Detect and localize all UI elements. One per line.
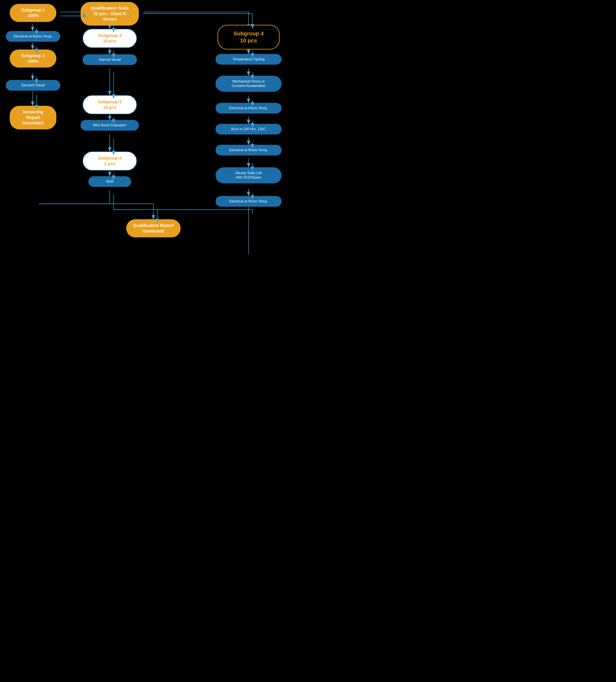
subgroup2-node: Subgroup 2 100% xyxy=(10,49,56,68)
internal-visual-node: Internal Visual xyxy=(83,54,137,65)
subgroup3-line1: Subgroup 3 xyxy=(98,33,122,38)
qual-report-node: Qualification Report Generated xyxy=(126,219,181,237)
qual-tests-node: Qualification Tests 32 pcs - Class K Sho… xyxy=(81,2,139,26)
electrical-room1-label: Electrical at Room Temp. xyxy=(14,35,52,38)
screening-report-line1: Screening Report xyxy=(23,110,43,120)
steady-state-line2: IAW SCD/Specs xyxy=(236,176,261,179)
wire-bond-label: Wire Bond Evaluation xyxy=(93,123,127,127)
qual-report-line2: Generated xyxy=(143,229,164,233)
electrical-room4-node: Electrical at Room Temp. xyxy=(216,196,282,207)
subgroup1-label-line2: 100% xyxy=(27,13,39,18)
temp-cycling-label: Temperature Cycling xyxy=(233,57,264,61)
subgroup5-line1: Subgroup 5 xyxy=(98,99,122,104)
electrical-room2-node: Electrical at Room Temp. xyxy=(216,103,282,114)
mech-shock-line1: Mechanical Shock or xyxy=(232,79,265,83)
subgroup4-node: Subgroup 4 10 pcs xyxy=(218,25,280,49)
burnin-label: Burn-in 240 Hrs, 125C xyxy=(231,127,266,131)
subgroup1-node: Subgroup 1 100% xyxy=(10,4,56,22)
qual-report-line1: Qualification Report xyxy=(133,223,174,228)
mech-shock-node: Mechanical Shock or Constant Acceleratio… xyxy=(216,76,282,92)
subgroup4-line1: Subgroup 4 xyxy=(234,30,264,37)
subgroup6-line2: 2 pcs xyxy=(104,161,115,166)
subgroup5-line2: 10 pcs xyxy=(103,105,116,110)
subgroup1-label-line1: Subgroup 1 xyxy=(21,7,45,13)
subgroup3-line2: 10 pcs xyxy=(103,39,116,44)
element-visual-label: Element Visual xyxy=(21,83,45,87)
electrical-room2-label: Electrical at Room Temp. xyxy=(229,106,268,110)
qual-tests-line1: Qualification Tests xyxy=(91,6,129,10)
subgroup6-line1: Subgroup 6 xyxy=(98,156,122,160)
screening-report-node: Screening Report Generated xyxy=(10,106,56,130)
steady-state-node: Steady State Life IAW SCD/Specs xyxy=(216,167,282,183)
wire-bond-node: Wire Bond Evaluation xyxy=(81,120,139,131)
mech-shock-line2: Constant Acceleration xyxy=(232,84,265,88)
qual-tests-line2: 32 pcs - Class K Shown xyxy=(93,11,126,22)
burnin-node: Burn-in 240 Hrs, 125C xyxy=(216,124,282,135)
diagram: Subgroup 1 100% Electrical at Room Temp.… xyxy=(0,0,308,341)
subgroup3-node: Subgroup 3 10 pcs xyxy=(83,29,137,48)
subgroup5-node: Subgroup 5 10 pcs xyxy=(83,95,137,114)
screening-report-line2: Generated xyxy=(23,120,44,126)
temp-cycling-node: Temperature Cycling xyxy=(216,54,282,65)
subgroup2-label-line2: 100% xyxy=(27,59,39,64)
internal-visual-label: Internal Visual xyxy=(98,58,121,62)
subgroup4-line2: 10 pcs xyxy=(240,38,257,44)
electrical-room3-node: Electrical at Room Temp. xyxy=(216,145,282,156)
subgroup2-label-line1: Subgroup 2 xyxy=(21,53,45,58)
electrical-room1-node: Electrical at Room Temp. xyxy=(6,31,60,42)
element-visual-node: Element Visual xyxy=(6,80,60,91)
electrical-room4-label: Electrical at Room Temp. xyxy=(229,199,268,203)
sem-node: SEM xyxy=(88,176,131,187)
steady-state-line1: Steady State Life xyxy=(235,171,262,175)
electrical-room3-label: Electrical at Room Temp. xyxy=(229,148,268,152)
subgroup6-node: Subgroup 6 2 pcs xyxy=(83,151,137,170)
sem-label: SEM xyxy=(106,180,113,183)
